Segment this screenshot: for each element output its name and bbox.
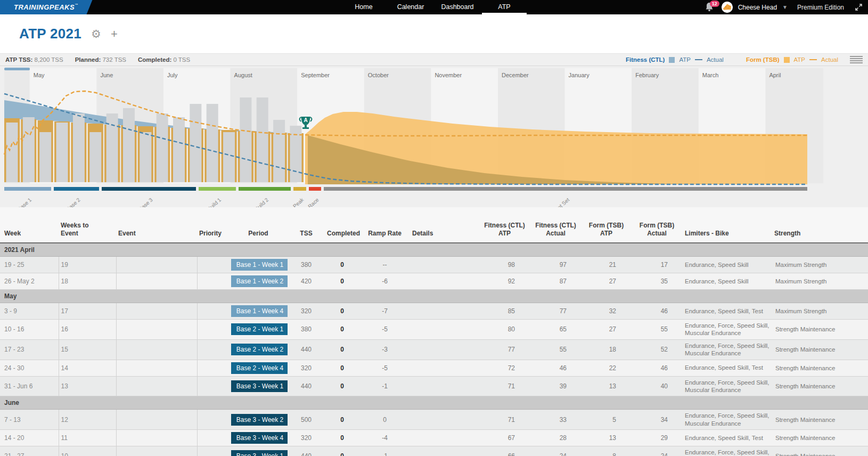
week-cell: 3 - 9 [0, 303, 59, 320]
priority-cell [197, 339, 229, 360]
week-bar-tss [123, 108, 135, 182]
table-row-week-10-16[interactable]: 10 - 1616Base 2 - Week 13800-580652755En… [0, 320, 868, 340]
form-tsb-atp-cell: 21 [582, 257, 631, 273]
col-header-tss: TSS [288, 207, 325, 243]
avatar[interactable] [722, 2, 733, 13]
table-row-week-21-27[interactable]: 21 - 2710Base 3 - Week 14400-16624824End… [0, 446, 868, 456]
details-cell [410, 320, 479, 340]
period-badge[interactable]: Base 3 - Week 1 [231, 450, 289, 456]
table-row-week-17-23[interactable]: 17 - 2315Base 2 - Week 24400-377551852En… [0, 339, 868, 360]
week-bar-tss [223, 132, 235, 182]
period-badge[interactable]: Base 3 - Week 1 [231, 380, 289, 392]
trainingpeaks-logo[interactable]: TRAININGPEAKS™ [0, 0, 101, 14]
tss-cell: 320 [288, 430, 325, 446]
weeks-to-event-cell: 12 [59, 410, 116, 430]
weeks-to-event-cell: 18 [59, 273, 116, 290]
month-label-may: May [34, 72, 45, 78]
limiters-bike-cell: Endurance, Force, Speed Skill, Muscular … [683, 320, 772, 340]
legend-form-atp-swatch [784, 57, 790, 63]
week-cell: 24 - 30 [0, 360, 59, 376]
user-menu[interactable]: Cheese Head [738, 4, 777, 11]
nav-tabs: HomeCalendarDashboardATP [340, 0, 528, 14]
period-band-base-1 [4, 187, 51, 191]
add-plus-icon[interactable]: + [111, 27, 118, 41]
weeks-to-event-cell: 11 [59, 430, 116, 446]
event-cell [116, 376, 197, 396]
table-row-week-14-20[interactable]: 14 - 2011Base 3 - Week 43200-467281329En… [0, 430, 868, 446]
table-row-week-31-Jun-6[interactable]: 31 - Jun 613Base 3 - Week 14400-17139134… [0, 376, 868, 396]
chart-scrollbar-thumb[interactable] [4, 68, 30, 70]
nav-tab-dashboard[interactable]: Dashboard [434, 0, 481, 14]
ramp-rate-cell: -7 [359, 303, 410, 320]
period-badge[interactable]: Base 2 - Week 1 [231, 323, 289, 335]
period-cell: Base 3 - Week 2 [229, 410, 288, 430]
stats-bar: ATP TSS: 8,200 TSS Planned: 732 TSS Comp… [0, 53, 868, 66]
event-cell [116, 320, 197, 340]
stat-planned: Planned: 732 TSS [75, 56, 126, 63]
strength-cell: Maximum Strength [772, 303, 868, 320]
period-cell: Base 1 - Week 1 [229, 257, 288, 273]
weeks-to-event-cell: 16 [59, 320, 116, 340]
completed-cell: 0 [325, 273, 359, 290]
nav-tab-calendar[interactable]: Calendar [387, 0, 434, 14]
table-row-week-26-May-2[interactable]: 26 - May 218Base 1 - Week 24200-69287273… [0, 273, 868, 290]
completed-cell: 0 [325, 376, 359, 396]
period-cell: Base 1 - Week 4 [229, 303, 288, 320]
col-header-fitness-ctl-atp: Fitness (CTL) ATP [479, 207, 530, 243]
form-tsb-atp-cell: 32 [582, 303, 631, 320]
table-row-week-24-30[interactable]: 24 - 3014Base 2 - Week 43200-572462246En… [0, 360, 868, 376]
fullscreen-icon[interactable] [855, 3, 863, 11]
nav-tab-atp[interactable]: ATP [481, 0, 528, 14]
period-badge[interactable]: Base 2 - Week 4 [231, 362, 289, 374]
period-cell: Base 3 - Week 1 [229, 376, 288, 396]
edition-label: Premium Edition [797, 4, 844, 11]
group-label: June [0, 396, 868, 410]
user-menu-caret-icon[interactable]: ▼ [782, 4, 788, 10]
period-band-base-3 [102, 187, 196, 191]
atp-table-wrap: WeekWeeks to EventEventPriorityPeriodTSS… [0, 207, 868, 456]
form-tsb-atp-cell: 27 [582, 273, 631, 290]
strength-cell: Maximum Strength [772, 257, 868, 273]
weeks-to-event-cell: 17 [59, 303, 116, 320]
legend-form-label: Form (TSB) [746, 56, 780, 63]
period-badge[interactable]: Base 1 - Week 1 [231, 259, 289, 271]
nav-tab-home[interactable]: Home [340, 0, 387, 14]
event-cell [116, 410, 197, 430]
period-band-race [309, 187, 321, 191]
priority-cell [197, 430, 229, 446]
fitness-ctl-atp-cell: 80 [479, 320, 530, 340]
ramp-rate-cell: -1 [359, 376, 410, 396]
table-row-week-3-9[interactable]: 3 - 917Base 1 - Week 43200-785773246Endu… [0, 303, 868, 320]
table-row-week-7-13[interactable]: 7 - 1312Base 3 - Week 2500007133534Endur… [0, 410, 868, 430]
chart-menu-icon[interactable] [850, 55, 863, 64]
weeks-to-event-cell: 10 [59, 446, 116, 456]
settings-gear-icon[interactable]: ⚙ [91, 28, 101, 40]
col-header-ramp-rate: Ramp Rate [359, 207, 410, 243]
period-badge[interactable]: Base 3 - Week 2 [231, 414, 289, 426]
table-row-week-19-25[interactable]: 19 - 2519Base 1 - Week 13800--98972117En… [0, 257, 868, 273]
strength-cell: Strength Maintenance [772, 339, 868, 360]
details-cell [410, 257, 479, 273]
strength-cell: Strength Maintenance [772, 376, 868, 396]
fitness-ctl-actual-cell: 55 [530, 339, 582, 360]
period-band-label: Race [307, 197, 320, 207]
strength-cell: Strength Maintenance [772, 410, 868, 430]
period-badge[interactable]: Base 3 - Week 4 [231, 432, 289, 444]
weeks-to-event-cell: 14 [59, 360, 116, 376]
fitness-ctl-atp-cell: 85 [479, 303, 530, 320]
chart-legend: Fitness (CTL) ATP Actual Form (TSB) ATP … [626, 55, 863, 64]
details-cell [410, 410, 479, 430]
table-group-header: May [0, 290, 868, 303]
period-badge[interactable]: Base 2 - Week 2 [231, 344, 289, 355]
tss-cell: 320 [288, 360, 325, 376]
fitness-ctl-atp-cell: 98 [479, 257, 530, 273]
period-badge[interactable]: Base 1 - Week 2 [231, 275, 289, 287]
week-bar-tss [273, 120, 285, 182]
period-badge[interactable]: Base 1 - Week 4 [231, 305, 289, 317]
ramp-rate-cell: -5 [359, 320, 410, 340]
tss-cell: 500 [288, 410, 325, 430]
period-cell: Base 2 - Week 2 [229, 339, 288, 360]
notifications-bell[interactable]: 12 [705, 2, 716, 13]
priority-cell [197, 303, 229, 320]
period-band-not-set [324, 187, 807, 191]
